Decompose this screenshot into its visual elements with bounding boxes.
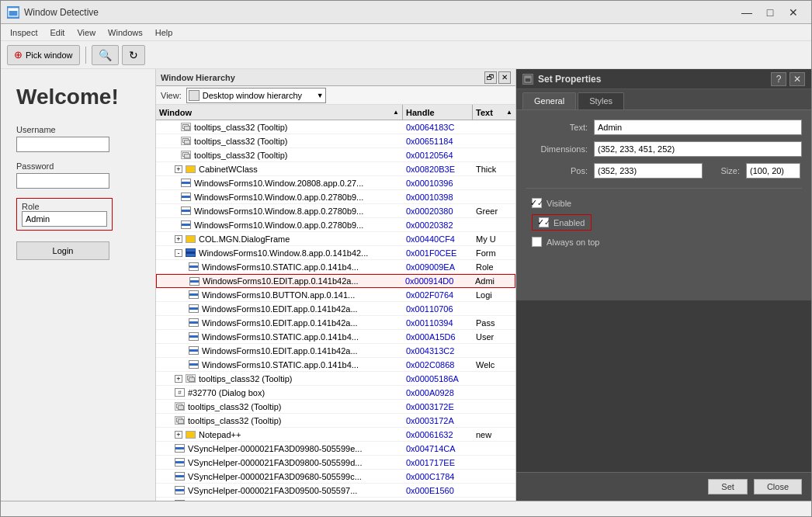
- enabled-row: ✓ Enabled: [532, 214, 592, 231]
- table-row[interactable]: tooltips_class32 (Tooltip) 0x0003172E: [156, 400, 515, 414]
- always-on-top-checkbox[interactable]: [532, 237, 542, 247]
- role-input[interactable]: [22, 211, 107, 227]
- table-row[interactable]: # #32770 (Dialog box) 0x000A0928: [156, 386, 515, 400]
- toolbar-separator: [85, 47, 86, 64]
- table-row[interactable]: + Notepad++ 0x00061632 new: [156, 428, 515, 442]
- table-row[interactable]: WindowsForms10.Window.0.app.0.2780b9... …: [156, 218, 515, 232]
- table-row[interactable]: WindowsForms10.Window.20808.app.0.27... …: [156, 176, 515, 190]
- table-row[interactable]: tooltips_class32 (Tooltip) 0x0003172A: [156, 414, 515, 428]
- cell-window: WindowsForms10.BUTTON.app.0.141...: [156, 290, 403, 300]
- panel-close-button[interactable]: ✕: [498, 71, 511, 84]
- table-row[interactable]: WindowsForms10.BUTTON.app.0.141... 0x002…: [156, 288, 515, 302]
- cell-handle: 0x00061632: [403, 430, 473, 439]
- props-spacer: [516, 300, 811, 472]
- dimensions-input[interactable]: [594, 141, 802, 157]
- table-row[interactable]: WindowsForms10.STATIC.app.0.141b4... 0x0…: [156, 330, 515, 344]
- menu-view[interactable]: View: [71, 26, 102, 39]
- table-row[interactable]: WindowsForms10.STATIC.app.0.141b4... 0x0…: [156, 358, 515, 372]
- app-icon: [7, 6, 19, 19]
- left-panel: Welcome! Username Password Role Login: [1, 69, 156, 501]
- window-hierarchy-panel: Window Hierarchy 🗗 ✕ View: Desktop windo…: [156, 69, 516, 501]
- table-row[interactable]: WindowsForms10.EDIT.app.0.141b42a... 0x0…: [156, 344, 515, 358]
- props-close-button[interactable]: ✕: [789, 72, 805, 86]
- status-bar: [1, 501, 811, 516]
- table-row[interactable]: + CabinetWClass 0x00820B3E Thick: [156, 162, 515, 176]
- table-row[interactable]: WindowsForms10.EDIT.app.0.141b42a... 0x0…: [156, 274, 515, 288]
- table-row[interactable]: VSyncHelper-0000021FA3D09500-505597... 0…: [156, 484, 515, 498]
- close-properties-button[interactable]: Close: [754, 479, 802, 494]
- username-input[interactable]: [16, 137, 109, 152]
- cell-window: WindowsForms10.EDIT.app.0.141b42a...: [156, 304, 403, 314]
- col-window: Window ▲: [156, 105, 403, 120]
- dropdown-icon: ▼: [317, 92, 324, 99]
- table-row[interactable]: VSyncHelper-0000021FA3D09680-505599c... …: [156, 470, 515, 484]
- props-title-icon: [522, 74, 533, 85]
- tab-styles[interactable]: Styles: [578, 92, 624, 109]
- text-label: Text:: [526, 123, 588, 132]
- cell-window: WindowsForms10.EDIT.app.0.141b42a...: [156, 318, 403, 328]
- cell-text: Logi: [473, 290, 515, 300]
- table-row[interactable]: WindowsForms10.STATIC.app.0.141b4... 0x0…: [156, 260, 515, 274]
- table-row[interactable]: WindowsForms10.Window.8.app.0.2780b9... …: [156, 204, 515, 218]
- expand-icon[interactable]: +: [175, 235, 182, 243]
- login-button[interactable]: Login: [16, 241, 109, 260]
- expand-icon[interactable]: +: [175, 375, 182, 383]
- text-input[interactable]: [594, 120, 802, 135]
- table-row[interactable]: + COL.MGN.DialogFrame 0x00440CF4 My U: [156, 232, 515, 246]
- tree-scroll-area[interactable]: tooltips_class32 (Tooltip) 0x0064183C to…: [156, 120, 515, 501]
- table-row[interactable]: tooltips_class32 (Tooltip) 0x00120564: [156, 148, 515, 162]
- multi-window-icon: [181, 151, 191, 159]
- table-row[interactable]: + tooltips_class32 (Tooltip) 0x00005186A: [156, 372, 515, 386]
- cell-window: VSyncHelper-0000021FA3D09980-505599e...: [156, 444, 403, 453]
- table-row[interactable]: - WindowsForms10.Window.8.app.0.141b42..…: [156, 246, 515, 260]
- menu-help[interactable]: Help: [149, 26, 179, 39]
- view-select[interactable]: Desktop window hierarchy ▼: [186, 88, 326, 103]
- cell-window: tooltips_class32 (Tooltip): [156, 416, 403, 425]
- set-button[interactable]: Set: [708, 479, 748, 494]
- visible-checkbox[interactable]: ✓: [532, 198, 542, 208]
- menu-edit[interactable]: Edit: [43, 26, 71, 39]
- table-row[interactable]: WindowsForms10.EDIT.app.0.141b42a... 0x0…: [156, 302, 515, 316]
- cell-window: tooltips_class32 (Tooltip): [156, 151, 403, 160]
- cell-handle: 0x00440CF4: [403, 234, 473, 244]
- multi-window-icon: [181, 137, 191, 145]
- minimize-button[interactable]: —: [735, 3, 758, 22]
- row-name: tooltips_class32 (Tooltip): [194, 137, 287, 146]
- expand-icon[interactable]: +: [175, 431, 182, 439]
- close-button[interactable]: ✕: [782, 3, 805, 22]
- table-row[interactable]: tooltips_class32 (Tooltip) 0x00651184: [156, 134, 515, 148]
- cell-window: + Notepad++: [156, 430, 403, 439]
- size-input[interactable]: [746, 163, 800, 179]
- pick-window-button[interactable]: ⊕ Pick window: [7, 45, 80, 65]
- props-title-controls: ? ✕: [771, 72, 805, 86]
- enabled-checkbox[interactable]: ✓: [539, 217, 549, 227]
- table-row[interactable]: WindowsForms10.Window.0.app.0.2780b9... …: [156, 190, 515, 204]
- tab-general[interactable]: General: [522, 92, 576, 109]
- cell-handle: 0x000A15D6: [403, 332, 473, 342]
- cell-window: - WindowsForms10.Window.8.app.0.141b42..…: [156, 248, 403, 258]
- tree-table: Window ▲ Handle Text ▲: [156, 105, 515, 501]
- table-row[interactable]: tooltips_class32 (Tooltip) 0x0064183C: [156, 120, 515, 134]
- pos-input[interactable]: [594, 163, 703, 179]
- expand-icon[interactable]: -: [175, 249, 182, 257]
- always-on-top-row: Always on top: [532, 237, 802, 247]
- main-content: Welcome! Username Password Role Login Wi…: [1, 69, 811, 501]
- window-icon: [175, 486, 185, 494]
- cell-handle: 0x002C0868: [403, 360, 473, 370]
- menu-windows[interactable]: Windows: [102, 26, 149, 39]
- panel-minimize-button[interactable]: 🗗: [484, 71, 497, 84]
- binoculars-button[interactable]: 🔍: [92, 45, 119, 65]
- maximize-button[interactable]: □: [758, 3, 782, 22]
- refresh-button[interactable]: ↻: [122, 45, 145, 65]
- table-row[interactable]: WindowsForms10.EDIT.app.0.141b42a... 0x0…: [156, 316, 515, 330]
- password-input[interactable]: [16, 173, 109, 189]
- menu-inspect[interactable]: Inspect: [4, 26, 43, 39]
- table-row[interactable]: VSyncHelper-0000021FA3D09800-505599d... …: [156, 456, 515, 470]
- title-bar-left: Window Detective: [7, 6, 99, 19]
- always-on-top-label: Always on top: [547, 238, 599, 247]
- table-row[interactable]: VSyncHelper-0000021FA3D09980-505599e... …: [156, 442, 515, 456]
- col-text: Text ▲: [473, 105, 515, 120]
- props-help-button[interactable]: ?: [771, 72, 786, 86]
- expand-icon[interactable]: +: [175, 165, 182, 173]
- cell-handle: 0x009009EA: [403, 262, 473, 272]
